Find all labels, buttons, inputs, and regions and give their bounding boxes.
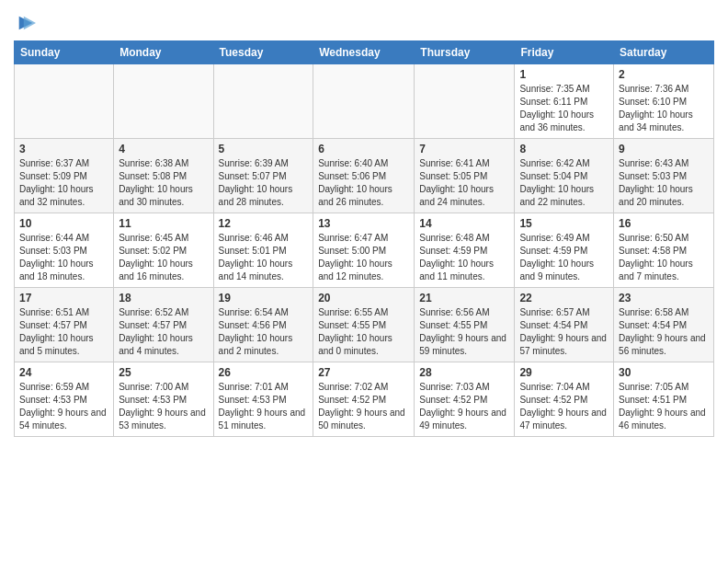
day-detail: Sunrise: 7:36 AM Sunset: 6:10 PM Dayligh… — [619, 83, 709, 134]
logo-icon — [16, 13, 36, 33]
calendar-day-header: Wednesday — [313, 41, 415, 64]
day-detail: Sunrise: 6:54 AM Sunset: 4:56 PM Dayligh… — [219, 306, 309, 358]
calendar-day-cell: 5Sunrise: 6:39 AM Sunset: 5:07 PM Daylig… — [213, 139, 313, 213]
calendar-day-cell: 28Sunrise: 7:03 AM Sunset: 4:52 PM Dayli… — [415, 362, 515, 437]
calendar-day-cell: 12Sunrise: 6:46 AM Sunset: 5:01 PM Dayli… — [213, 213, 313, 288]
day-detail: Sunrise: 7:35 AM Sunset: 6:11 PM Dayligh… — [519, 83, 609, 134]
day-number: 9 — [619, 143, 709, 155]
calendar-table: SundayMondayTuesdayWednesdayThursdayFrid… — [14, 40, 714, 437]
day-detail: Sunrise: 6:51 AM Sunset: 4:57 PM Dayligh… — [19, 306, 108, 358]
day-detail: Sunrise: 6:58 AM Sunset: 4:54 PM Dayligh… — [619, 306, 709, 358]
day-number: 30 — [619, 366, 709, 379]
calendar-day-header: Monday — [114, 41, 213, 64]
calendar-day-header: Thursday — [415, 41, 515, 64]
calendar-day-cell: 14Sunrise: 6:48 AM Sunset: 4:59 PM Dayli… — [415, 213, 515, 288]
calendar-day-cell: 23Sunrise: 6:58 AM Sunset: 4:54 PM Dayli… — [614, 288, 714, 362]
calendar-day-cell: 1Sunrise: 7:35 AM Sunset: 6:11 PM Daylig… — [515, 64, 614, 139]
calendar-day-cell — [415, 64, 515, 139]
calendar-day-cell: 30Sunrise: 7:05 AM Sunset: 4:51 PM Dayli… — [614, 362, 714, 437]
day-detail: Sunrise: 7:03 AM Sunset: 4:52 PM Dayligh… — [419, 381, 509, 432]
page-header — [14, 9, 714, 33]
day-number: 27 — [318, 366, 409, 379]
day-detail: Sunrise: 7:04 AM Sunset: 4:52 PM Dayligh… — [519, 381, 609, 432]
day-number: 3 — [19, 143, 108, 155]
day-number: 23 — [619, 292, 709, 304]
calendar-day-cell: 21Sunrise: 6:56 AM Sunset: 4:55 PM Dayli… — [415, 288, 515, 362]
day-number: 21 — [419, 292, 509, 304]
day-number: 1 — [519, 68, 609, 81]
day-detail: Sunrise: 7:01 AM Sunset: 4:53 PM Dayligh… — [219, 381, 309, 432]
calendar-day-cell: 22Sunrise: 6:57 AM Sunset: 4:54 PM Dayli… — [515, 288, 614, 362]
day-detail: Sunrise: 6:57 AM Sunset: 4:54 PM Dayligh… — [519, 306, 609, 358]
calendar-day-cell: 4Sunrise: 6:38 AM Sunset: 5:08 PM Daylig… — [114, 139, 213, 213]
day-detail: Sunrise: 6:42 AM Sunset: 5:04 PM Dayligh… — [519, 157, 609, 209]
calendar-day-cell: 7Sunrise: 6:41 AM Sunset: 5:05 PM Daylig… — [415, 139, 515, 213]
calendar-week-row: 24Sunrise: 6:59 AM Sunset: 4:53 PM Dayli… — [15, 362, 714, 437]
day-number: 5 — [219, 143, 309, 155]
day-number: 16 — [619, 217, 709, 230]
day-number: 22 — [519, 292, 609, 304]
calendar-week-row: 3Sunrise: 6:37 AM Sunset: 5:09 PM Daylig… — [15, 139, 714, 213]
calendar-day-cell: 18Sunrise: 6:52 AM Sunset: 4:57 PM Dayli… — [114, 288, 213, 362]
calendar-day-cell: 10Sunrise: 6:44 AM Sunset: 5:03 PM Dayli… — [15, 213, 114, 288]
day-number: 29 — [519, 366, 609, 379]
day-number: 18 — [119, 292, 208, 304]
page-container: SundayMondayTuesdayWednesdayThursdayFrid… — [0, 0, 728, 451]
day-number: 11 — [119, 217, 208, 230]
day-number: 14 — [419, 217, 509, 230]
day-number: 15 — [519, 217, 609, 230]
day-number: 28 — [419, 366, 509, 379]
calendar-week-row: 17Sunrise: 6:51 AM Sunset: 4:57 PM Dayli… — [15, 288, 714, 362]
day-number: 17 — [19, 292, 108, 304]
calendar-week-row: 1Sunrise: 7:35 AM Sunset: 6:11 PM Daylig… — [15, 64, 714, 139]
day-detail: Sunrise: 6:47 AM Sunset: 5:00 PM Dayligh… — [318, 232, 409, 283]
day-detail: Sunrise: 6:41 AM Sunset: 5:05 PM Dayligh… — [419, 157, 509, 209]
day-number: 25 — [119, 366, 208, 379]
calendar-day-cell: 2Sunrise: 7:36 AM Sunset: 6:10 PM Daylig… — [614, 64, 714, 139]
calendar-day-cell: 19Sunrise: 6:54 AM Sunset: 4:56 PM Dayli… — [213, 288, 313, 362]
day-detail: Sunrise: 6:45 AM Sunset: 5:02 PM Dayligh… — [119, 232, 208, 283]
day-number: 7 — [419, 143, 509, 155]
calendar-day-header: Sunday — [15, 41, 114, 64]
day-detail: Sunrise: 6:56 AM Sunset: 4:55 PM Dayligh… — [419, 306, 509, 358]
day-number: 20 — [318, 292, 409, 304]
calendar-day-cell: 26Sunrise: 7:01 AM Sunset: 4:53 PM Dayli… — [213, 362, 313, 437]
day-number: 19 — [219, 292, 309, 304]
calendar-day-cell: 6Sunrise: 6:40 AM Sunset: 5:06 PM Daylig… — [313, 139, 415, 213]
calendar-header-row: SundayMondayTuesdayWednesdayThursdayFrid… — [15, 41, 714, 64]
calendar-day-cell — [15, 64, 114, 139]
calendar-day-header: Friday — [515, 41, 614, 64]
calendar-week-row: 10Sunrise: 6:44 AM Sunset: 5:03 PM Dayli… — [15, 213, 714, 288]
day-detail: Sunrise: 6:55 AM Sunset: 4:55 PM Dayligh… — [318, 306, 409, 358]
day-number: 24 — [19, 366, 108, 379]
calendar-day-cell: 24Sunrise: 6:59 AM Sunset: 4:53 PM Dayli… — [15, 362, 114, 437]
day-number: 2 — [619, 68, 709, 81]
day-detail: Sunrise: 7:02 AM Sunset: 4:52 PM Dayligh… — [318, 381, 409, 432]
day-number: 10 — [19, 217, 108, 230]
calendar-day-cell — [313, 64, 415, 139]
day-number: 12 — [219, 217, 309, 230]
calendar-day-cell — [114, 64, 213, 139]
calendar-day-cell: 8Sunrise: 6:42 AM Sunset: 5:04 PM Daylig… — [515, 139, 614, 213]
day-detail: Sunrise: 6:59 AM Sunset: 4:53 PM Dayligh… — [19, 381, 108, 432]
day-detail: Sunrise: 6:50 AM Sunset: 4:58 PM Dayligh… — [619, 232, 709, 283]
day-detail: Sunrise: 6:39 AM Sunset: 5:07 PM Dayligh… — [219, 157, 309, 209]
day-detail: Sunrise: 6:38 AM Sunset: 5:08 PM Dayligh… — [119, 157, 208, 209]
calendar-day-cell: 29Sunrise: 7:04 AM Sunset: 4:52 PM Dayli… — [515, 362, 614, 437]
day-detail: Sunrise: 6:49 AM Sunset: 4:59 PM Dayligh… — [519, 232, 609, 283]
calendar-day-header: Saturday — [614, 41, 714, 64]
calendar-day-cell: 25Sunrise: 7:00 AM Sunset: 4:53 PM Dayli… — [114, 362, 213, 437]
day-detail: Sunrise: 6:43 AM Sunset: 5:03 PM Dayligh… — [619, 157, 709, 209]
svg-marker-1 — [24, 17, 36, 30]
calendar-day-cell: 13Sunrise: 6:47 AM Sunset: 5:00 PM Dayli… — [313, 213, 415, 288]
day-number: 26 — [219, 366, 309, 379]
calendar-day-cell: 27Sunrise: 7:02 AM Sunset: 4:52 PM Dayli… — [313, 362, 415, 437]
day-number: 8 — [519, 143, 609, 155]
day-detail: Sunrise: 7:00 AM Sunset: 4:53 PM Dayligh… — [119, 381, 208, 432]
calendar-day-cell: 15Sunrise: 6:49 AM Sunset: 4:59 PM Dayli… — [515, 213, 614, 288]
calendar-day-cell — [213, 64, 313, 139]
day-detail: Sunrise: 6:37 AM Sunset: 5:09 PM Dayligh… — [19, 157, 108, 209]
day-detail: Sunrise: 6:46 AM Sunset: 5:01 PM Dayligh… — [219, 232, 309, 283]
day-detail: Sunrise: 6:52 AM Sunset: 4:57 PM Dayligh… — [119, 306, 208, 358]
calendar-day-header: Tuesday — [213, 41, 313, 64]
